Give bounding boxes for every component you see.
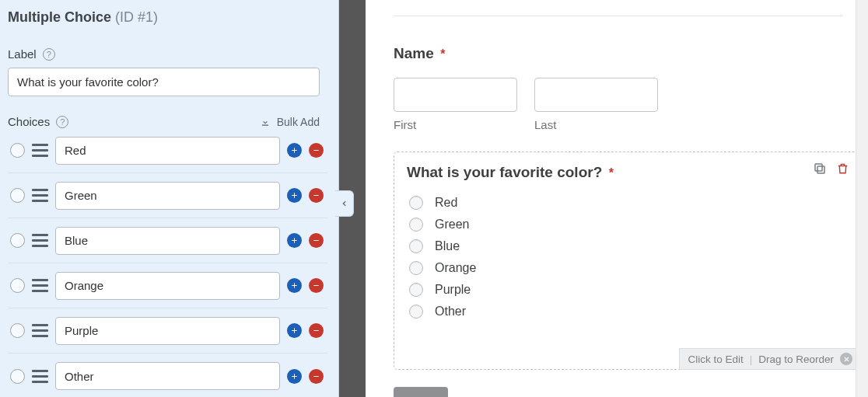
option-row[interactable]: Green — [409, 214, 848, 235]
default-radio[interactable] — [10, 233, 25, 248]
hint-edit: Click to Edit — [688, 353, 743, 365]
choice-row — [8, 218, 327, 263]
submit-button[interactable]: Vote — [394, 387, 448, 397]
option-label: Purple — [435, 283, 471, 297]
option-label: Orange — [435, 261, 476, 275]
last-sublabel: Last — [534, 118, 658, 131]
svg-rect-3 — [313, 285, 318, 286]
option-label: Blue — [435, 239, 460, 253]
form-preview: Name * First Last What i — [366, 0, 868, 397]
default-radio[interactable] — [10, 323, 25, 338]
add-choice-button[interactable] — [287, 369, 302, 384]
option-row[interactable]: Blue — [409, 235, 848, 257]
remove-choice-button[interactable] — [309, 278, 324, 293]
label-heading: Label — [8, 47, 37, 61]
help-icon[interactable]: ? — [56, 116, 68, 128]
name-fields: First Last — [394, 78, 852, 131]
bulk-add-label: Bulk Add — [277, 116, 320, 128]
required-mark: * — [609, 166, 614, 179]
divider — [394, 16, 843, 16]
first-sublabel: First — [394, 118, 517, 131]
choice-input[interactable] — [55, 227, 280, 255]
choice-input[interactable] — [55, 362, 280, 390]
drag-handle-icon[interactable] — [32, 232, 48, 249]
choice-input[interactable] — [55, 272, 280, 300]
radio-icon — [409, 261, 423, 275]
first-name-input[interactable] — [394, 78, 517, 112]
add-choice-button[interactable] — [287, 143, 302, 158]
choices-header: Choices ? Bulk Add — [8, 115, 320, 128]
field-hint-bar: Click to Edit | Drag to Reorder — [679, 348, 861, 370]
choice-row — [8, 353, 327, 397]
close-icon[interactable] — [840, 353, 852, 365]
option-row[interactable]: Purple — [409, 279, 848, 301]
duplicate-icon[interactable] — [813, 162, 827, 179]
drag-handle-icon[interactable] — [32, 368, 48, 385]
required-mark: * — [440, 47, 445, 61]
choice-row — [8, 308, 327, 353]
remove-choice-button[interactable] — [309, 143, 324, 158]
bulk-add-button[interactable]: Bulk Add — [260, 116, 320, 128]
default-radio[interactable] — [10, 188, 25, 203]
svg-rect-7 — [815, 164, 822, 171]
last-name-input[interactable] — [534, 78, 658, 112]
svg-rect-6 — [817, 166, 824, 173]
option-row[interactable]: Other — [409, 301, 848, 322]
choice-row — [8, 173, 327, 218]
trash-icon[interactable] — [836, 162, 849, 179]
choice-row — [8, 128, 327, 173]
remove-choice-button[interactable] — [309, 188, 324, 203]
label-input[interactable] — [8, 68, 320, 96]
svg-rect-1 — [313, 195, 318, 196]
help-icon[interactable]: ? — [43, 48, 55, 61]
hint-drag: Drag to Reorder — [758, 353, 834, 365]
panel-title: Multiple Choice (ID #1) — [8, 9, 328, 26]
radio-icon — [409, 305, 423, 319]
label-heading-row: Label ? — [8, 47, 328, 61]
default-radio[interactable] — [10, 369, 25, 384]
drag-handle-icon[interactable] — [32, 187, 48, 204]
svg-rect-4 — [313, 330, 318, 331]
svg-rect-2 — [313, 240, 318, 241]
hint-separator: | — [750, 353, 753, 365]
radio-icon — [409, 239, 423, 253]
add-choice-button[interactable] — [287, 233, 302, 248]
svg-rect-0 — [313, 150, 318, 151]
add-choice-button[interactable] — [287, 323, 302, 338]
option-label: Other — [435, 305, 466, 319]
name-label: Name — [394, 45, 434, 61]
collapse-panel-button[interactable] — [335, 190, 354, 217]
drag-handle-icon[interactable] — [32, 277, 48, 294]
remove-choice-button[interactable] — [309, 233, 324, 248]
panel-title-id: (ID #1) — [115, 9, 158, 25]
default-radio[interactable] — [10, 278, 25, 293]
drag-handle-icon[interactable] — [32, 142, 48, 158]
option-label: Green — [435, 218, 469, 232]
panel-title-main: Multiple Choice — [8, 9, 111, 25]
add-choice-button[interactable] — [287, 188, 302, 203]
multiple-choice-field[interactable]: What is your favorite color? * Red Green… — [394, 151, 861, 370]
options-list: Red Green Blue Orange Purple Other — [409, 192, 848, 322]
option-row[interactable]: Red — [409, 192, 848, 214]
scrollbar-track[interactable] — [856, 0, 868, 397]
choice-row — [8, 263, 327, 308]
option-label: Red — [435, 196, 457, 210]
choices-heading: Choices — [8, 115, 50, 128]
default-radio[interactable] — [10, 143, 25, 158]
radio-icon — [409, 283, 423, 297]
question-label: What is your favorite color? — [407, 164, 602, 180]
drag-handle-icon[interactable] — [32, 322, 48, 339]
choices-list — [8, 128, 328, 397]
radio-icon — [409, 218, 423, 232]
remove-choice-button[interactable] — [309, 369, 324, 384]
radio-icon — [409, 196, 423, 210]
download-icon — [260, 117, 271, 127]
choice-input[interactable] — [55, 317, 280, 345]
remove-choice-button[interactable] — [309, 323, 324, 338]
field-options-panel: Multiple Choice (ID #1) Label ? Choices … — [0, 0, 339, 397]
choice-input[interactable] — [55, 137, 280, 165]
option-row[interactable]: Orange — [409, 257, 848, 279]
choice-input[interactable] — [55, 182, 280, 210]
add-choice-button[interactable] — [287, 278, 302, 293]
svg-rect-5 — [313, 376, 318, 377]
